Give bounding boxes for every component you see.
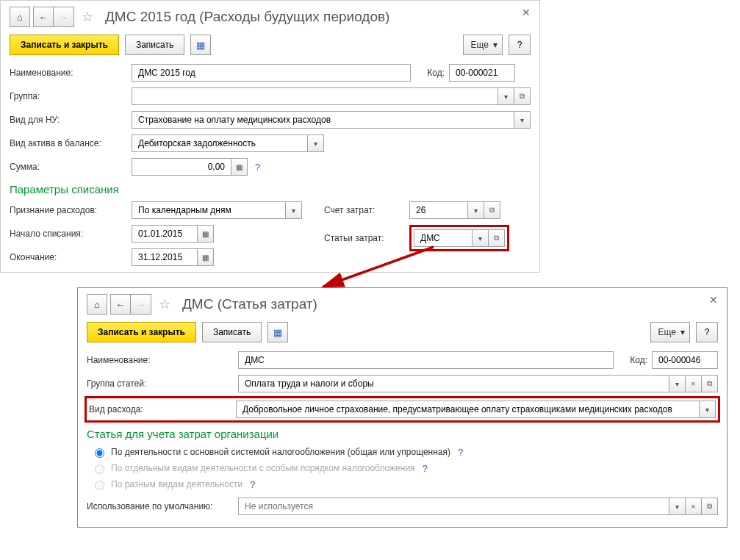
name-label: Наименование: xyxy=(10,68,127,78)
code-label: Код: xyxy=(618,355,647,365)
name-input[interactable] xyxy=(132,64,411,82)
name-input[interactable] xyxy=(238,351,614,369)
chevron-down-icon[interactable]: ▾ xyxy=(669,498,686,515)
end-date-input[interactable] xyxy=(132,248,198,266)
chevron-down-icon[interactable]: ▾ xyxy=(473,229,489,247)
vid-nu-input[interactable] xyxy=(132,111,514,129)
open-icon[interactable]: ⧉ xyxy=(514,87,531,105)
save-close-button[interactable]: Записать и закрыть xyxy=(10,35,119,55)
group-input[interactable] xyxy=(238,375,669,392)
vid-rashoda-input[interactable] xyxy=(236,401,700,418)
vid-active-label: Вид актива в балансе: xyxy=(10,138,127,148)
calculator-icon[interactable]: ▦ xyxy=(231,158,248,176)
vid-nu-label: Вид для НУ: xyxy=(10,115,127,125)
back-button[interactable]: ← xyxy=(110,294,131,315)
radio-special-tax: По отдельным видам деятельности с особым… xyxy=(91,462,718,474)
section-title: Статья для учета затрат организации xyxy=(87,428,718,440)
report-icon[interactable]: ▦ xyxy=(267,322,288,342)
help-icon[interactable]: ? xyxy=(423,463,428,474)
start-label: Начало списания: xyxy=(10,229,127,239)
report-icon[interactable]: ▦ xyxy=(190,35,211,55)
forward-button: → xyxy=(54,7,74,27)
code-label: Код: xyxy=(415,68,445,78)
sum-label: Сумма: xyxy=(10,162,127,172)
start-date-input[interactable] xyxy=(132,225,198,243)
chevron-down-icon[interactable]: ▾ xyxy=(669,375,686,392)
home-button[interactable]: ⌂ xyxy=(87,294,107,315)
code-input[interactable] xyxy=(449,64,515,82)
chevron-down-icon: ▾ xyxy=(493,40,497,50)
help-icon[interactable]: ? xyxy=(255,162,260,173)
recognize-input[interactable] xyxy=(132,201,286,219)
chevron-down-icon: ▾ xyxy=(680,327,685,337)
forward-button: → xyxy=(131,294,151,315)
vid-rashoda-label: Вид расхода: xyxy=(89,404,231,414)
more-button[interactable]: Еще▾ xyxy=(463,35,503,55)
favorite-icon[interactable]: ☆ xyxy=(154,296,175,312)
window-title: ДМС 2015 год (Расходы будущих периодов) xyxy=(105,9,389,25)
chevron-down-icon[interactable]: ▾ xyxy=(468,201,484,219)
account-label: Счет затрат: xyxy=(324,205,405,215)
open-icon[interactable]: ⧉ xyxy=(489,229,505,247)
close-icon[interactable]: ✕ xyxy=(522,7,531,18)
code-input[interactable] xyxy=(652,351,718,369)
usage-input[interactable] xyxy=(238,498,669,515)
help-button[interactable]: ? xyxy=(696,322,718,342)
chevron-down-icon[interactable]: ▾ xyxy=(700,401,716,418)
save-button[interactable]: Записать xyxy=(125,35,184,55)
help-button[interactable]: ? xyxy=(509,35,531,55)
back-button[interactable]: ← xyxy=(33,7,54,27)
recognize-label: Признание расходов: xyxy=(10,205,127,215)
chevron-down-icon[interactable]: ▾ xyxy=(308,134,324,152)
group-label: Группа: xyxy=(10,91,127,101)
clear-icon[interactable]: × xyxy=(686,375,702,392)
open-icon[interactable]: ⧉ xyxy=(702,375,718,392)
radio-input xyxy=(95,464,104,474)
radio-input[interactable] xyxy=(95,448,104,458)
radio-main-tax[interactable]: По деятельности с основной системой нало… xyxy=(91,446,718,458)
favorite-icon[interactable]: ☆ xyxy=(77,9,98,25)
section-title: Параметры списания xyxy=(10,183,531,195)
help-icon[interactable]: ? xyxy=(250,479,255,490)
account-input[interactable] xyxy=(409,201,468,219)
home-button[interactable]: ⌂ xyxy=(10,7,30,27)
clear-icon[interactable]: × xyxy=(686,498,702,515)
radio-various: По разным видам деятельности ? xyxy=(91,478,718,490)
chevron-down-icon[interactable]: ▾ xyxy=(514,111,531,129)
chevron-down-icon[interactable]: ▾ xyxy=(498,87,514,105)
close-icon[interactable]: ✕ xyxy=(709,294,718,306)
group-input[interactable] xyxy=(132,87,498,105)
open-icon[interactable]: ⧉ xyxy=(702,498,718,515)
article-input[interactable] xyxy=(414,229,473,247)
radio-input xyxy=(95,481,104,490)
end-label: Окончание: xyxy=(10,252,127,262)
save-button[interactable]: Записать xyxy=(202,322,262,342)
help-icon[interactable]: ? xyxy=(458,447,463,458)
usage-label: Использование по умолчанию: xyxy=(87,501,234,511)
more-button[interactable]: Еще▾ xyxy=(650,322,690,342)
name-label: Наименование: xyxy=(87,355,234,365)
sum-input[interactable] xyxy=(132,158,231,176)
chevron-down-icon[interactable]: ▾ xyxy=(286,201,302,219)
group-label: Группа статей: xyxy=(87,378,234,389)
calendar-icon[interactable]: ▦ xyxy=(198,225,214,243)
vid-active-input[interactable] xyxy=(132,134,308,152)
calendar-icon[interactable]: ▦ xyxy=(198,248,214,266)
save-close-button[interactable]: Записать и закрыть xyxy=(87,322,196,342)
open-icon[interactable]: ⧉ xyxy=(484,201,500,219)
window-title: ДМС (Статья затрат) xyxy=(182,296,317,312)
article-label: Статьи затрат: xyxy=(324,233,405,243)
